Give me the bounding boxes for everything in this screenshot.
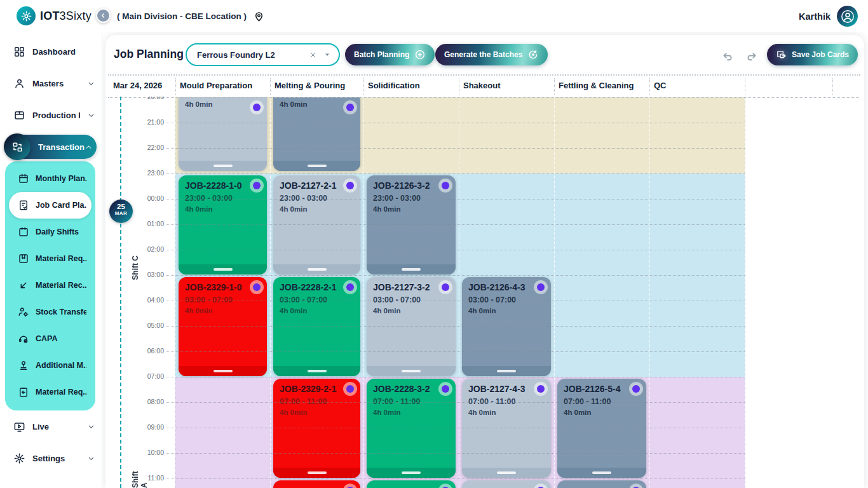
job-card[interactable]: JOB-2127-4-307:00 - 11:004h 0min — [462, 379, 551, 478]
user-box[interactable]: Karthik — [799, 6, 858, 27]
generate-batches-label: Generate the Batches — [444, 50, 522, 59]
resize-handle[interactable] — [497, 471, 516, 474]
status-dot-icon[interactable] — [253, 283, 261, 291]
batch-planning-button[interactable]: Batch Planning — [345, 44, 435, 65]
generate-batches-button[interactable]: Generate the Batches — [435, 44, 548, 65]
status-dot-ring — [343, 484, 357, 488]
status-dot-icon[interactable] — [537, 385, 545, 393]
undo-button[interactable] — [721, 50, 737, 63]
status-dot-ring — [534, 484, 548, 488]
machine-select[interactable]: Ferrous Foundry L2 — [186, 43, 340, 66]
status-dot-icon[interactable] — [346, 104, 354, 111]
hour-label: 22:00 — [108, 144, 164, 151]
resize-handle[interactable] — [308, 370, 327, 372]
job-card[interactable] — [273, 480, 360, 488]
resize-handle[interactable] — [497, 370, 516, 372]
resize-handle[interactable] — [592, 471, 611, 474]
resize-handle[interactable] — [402, 370, 421, 372]
schedule-columns-area[interactable]: 4h 0minJOB-2228-1-023:00 - 03:004h 0minJ… — [175, 97, 745, 488]
status-dot-ring — [438, 280, 452, 294]
job-card[interactable]: JOB-2329-2-107:00 - 11:004h 0min — [273, 379, 360, 478]
status-dot-icon[interactable] — [442, 385, 449, 393]
resize-handle[interactable] — [214, 165, 233, 167]
sidebar-collapse-button[interactable] — [96, 8, 111, 23]
sidebar-subitem-monthly-planning[interactable]: Monthly Plan... — [9, 165, 92, 192]
avatar[interactable] — [837, 6, 858, 27]
status-dot-ring — [629, 484, 643, 488]
status-dot-icon[interactable] — [346, 385, 354, 393]
hour-label: 07:00 — [108, 372, 164, 380]
resize-handle[interactable] — [402, 471, 421, 474]
hour-gridline — [166, 224, 745, 225]
sidebar-subitem-stock-transfer[interactable]: Stock Transfer — [9, 299, 92, 325]
clear-icon[interactable] — [309, 51, 317, 59]
sidebar-subitem-additional-material[interactable]: Additional M... — [9, 352, 92, 379]
brand-text: IOT3Sixty — [40, 10, 92, 23]
status-dot-icon[interactable] — [537, 283, 545, 291]
hour-gridline — [166, 148, 745, 149]
sidebar-subitem-job-card-planning[interactable]: Job Card Pla... — [9, 192, 92, 219]
sidebar-subitem-daily-shifts[interactable]: Daily Shifts — [9, 219, 92, 245]
redo-button[interactable] — [745, 50, 761, 63]
location-pin-icon[interactable] — [253, 10, 265, 22]
job-card[interactable]: 4h 0min — [273, 97, 360, 171]
sidebar-item-dashboard[interactable]: Dashboard — [0, 36, 102, 67]
status-dot-icon[interactable] — [253, 182, 261, 189]
sidebar-item-live[interactable]: Live — [0, 410, 102, 442]
hour-label: 10:00 — [108, 449, 164, 456]
hour-gridline — [166, 351, 745, 352]
job-card[interactable]: JOB-2228-1-023:00 - 03:004h 0min — [179, 175, 267, 274]
sidebar-subitem-material-request[interactable]: Material Req... — [9, 245, 92, 272]
hour-label: 03:00 — [108, 271, 164, 278]
job-card[interactable]: 4h 0min — [179, 97, 267, 171]
chevron-down-icon[interactable] — [323, 51, 331, 58]
job-card[interactable]: JOB-2126-3-223:00 - 03:004h 0min — [367, 175, 456, 274]
calendar-icon — [18, 173, 29, 184]
status-dot-icon[interactable] — [442, 283, 449, 291]
job-card[interactable]: JOB-2228-3-207:00 - 11:004h 0min — [367, 379, 456, 478]
sidebar-item-settings[interactable]: Settings — [0, 442, 102, 474]
job-card[interactable] — [462, 480, 551, 488]
sidebar-subitem-material-receive[interactable]: Material Rec... — [9, 272, 92, 299]
shift-band-shift-a — [175, 377, 745, 488]
job-card[interactable]: JOB-2126-5-407:00 - 11:004h 0min — [557, 379, 646, 478]
job-card[interactable] — [367, 480, 456, 488]
sidebar-item-production-planning[interactable]: Production Pl... — [0, 99, 102, 131]
box-icon — [13, 109, 25, 121]
save-job-cards-button[interactable]: Save Job Cards — [767, 44, 858, 65]
resize-handle[interactable] — [402, 268, 421, 271]
job-card[interactable]: JOB-2127-2-123:00 - 03:004h 0min — [273, 175, 360, 274]
save-icon — [776, 50, 787, 60]
resize-handle[interactable] — [308, 471, 327, 474]
column-separator — [554, 97, 555, 488]
sidebar-item-masters[interactable]: Masters — [0, 67, 102, 99]
job-card[interactable]: JOB-2228-2-103:00 - 07:004h 0min — [273, 277, 360, 376]
date-header: Mar 24, 2026 — [113, 81, 162, 90]
hour-gridline — [166, 173, 745, 174]
job-card[interactable]: JOB-2126-4-303:00 - 07:004h 0min — [462, 277, 551, 376]
sidebar-subitem-capa[interactable]: CAPA — [9, 325, 92, 352]
resize-handle[interactable] — [308, 268, 327, 271]
column-header-6: QC — [654, 81, 667, 90]
card-footer — [273, 366, 360, 376]
column-header-1: Mould Preparation — [180, 81, 252, 90]
status-dot-icon[interactable] — [632, 385, 640, 393]
resize-handle[interactable] — [214, 268, 233, 271]
card-footer — [179, 366, 267, 376]
job-card[interactable]: JOB-2127-3-203:00 - 07:004h 0min — [367, 277, 456, 376]
hour-gridline — [166, 275, 745, 276]
sidebar-item-transaction[interactable]: Transaction — [6, 135, 97, 159]
job-card[interactable] — [557, 480, 646, 488]
status-dot-icon[interactable] — [442, 182, 449, 189]
status-dot-icon[interactable] — [346, 182, 354, 189]
hour-gridline — [166, 377, 745, 377]
sidebar-subitem-material-requisition[interactable]: Material Req... — [9, 379, 92, 405]
hour-label: 02:00 — [108, 245, 164, 253]
resize-handle[interactable] — [308, 165, 327, 167]
status-dot-icon[interactable] — [253, 104, 261, 111]
status-dot-icon[interactable] — [346, 283, 354, 291]
grid-top-border — [108, 97, 859, 98]
resize-handle[interactable] — [214, 370, 233, 372]
job-card[interactable]: JOB-2329-1-003:00 - 07:004h 0min — [179, 277, 267, 376]
hour-label: 05:00 — [108, 322, 164, 329]
